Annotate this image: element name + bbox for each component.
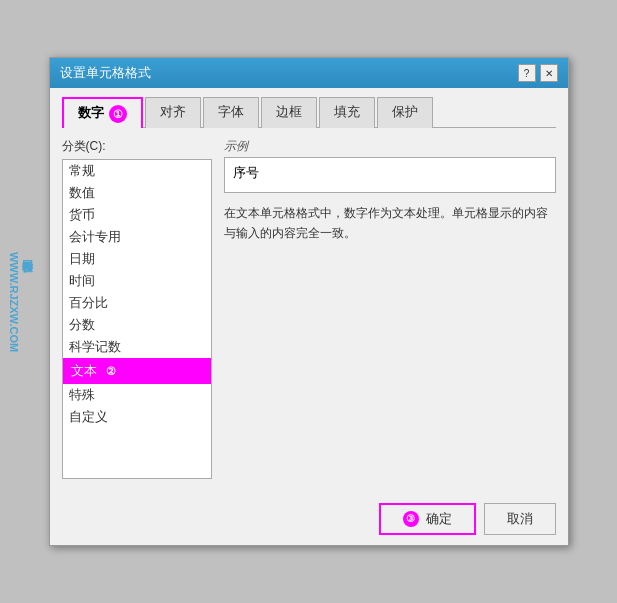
- close-button[interactable]: ✕: [540, 64, 558, 82]
- list-item[interactable]: 特殊: [63, 384, 211, 406]
- ok-label: 确定: [426, 511, 452, 526]
- tab-fill[interactable]: 填充: [319, 97, 375, 128]
- list-item[interactable]: 常规: [63, 160, 211, 182]
- right-panel: 示例 序号 在文本单元格格式中，数字作为文本处理。单元格显示的内容与输入的内容完…: [224, 138, 556, 479]
- help-button[interactable]: ?: [518, 64, 536, 82]
- bottom-buttons: ③ 确定 取消: [50, 491, 568, 545]
- title-bar: 设置单元格格式 ? ✕: [50, 58, 568, 88]
- ok-badge: ③: [403, 511, 419, 527]
- tab-number-badge: ①: [109, 105, 127, 123]
- content-area: 分类(C): 常规 数值 货币 会计专用 日期 时间 百分比 分数 科学记数 文…: [62, 138, 556, 479]
- tabs-row: 数字 ① 对齐 字体 边框 填充 保护: [62, 96, 556, 128]
- list-item[interactable]: 百分比: [63, 292, 211, 314]
- list-item[interactable]: 科学记数: [63, 336, 211, 358]
- tab-protect[interactable]: 保护: [377, 97, 433, 128]
- tab-border[interactable]: 边框: [261, 97, 317, 128]
- preview-value: 序号: [233, 165, 259, 180]
- list-item[interactable]: 会计专用: [63, 226, 211, 248]
- tab-number[interactable]: 数字 ①: [62, 97, 144, 128]
- left-panel: 分类(C): 常规 数值 货币 会计专用 日期 时间 百分比 分数 科学记数 文…: [62, 138, 212, 479]
- dialog: 设置单元格格式 ? ✕ 数字 ① 对齐 字体 边框 填充 保护: [49, 57, 569, 546]
- ok-button[interactable]: ③ 确定: [379, 503, 476, 535]
- list-item[interactable]: 自定义: [63, 406, 211, 428]
- preview-box: 序号: [224, 157, 556, 193]
- dialog-title: 设置单元格格式: [60, 64, 151, 82]
- category-label: 分类(C):: [62, 138, 212, 155]
- watermark: 软件自学网 WWW.RJZXW.COM: [8, 251, 35, 351]
- list-item[interactable]: 时间: [63, 270, 211, 292]
- title-bar-buttons: ? ✕: [518, 64, 558, 82]
- cancel-button[interactable]: 取消: [484, 503, 556, 535]
- text-item-badge: ②: [102, 362, 120, 380]
- preview-label: 示例: [224, 138, 556, 155]
- description-text: 在文本单元格格式中，数字作为文本处理。单元格显示的内容与输入的内容完全一致。: [224, 203, 556, 244]
- list-item-text-selected[interactable]: 文本 ②: [63, 358, 211, 385]
- list-item[interactable]: 货币: [63, 204, 211, 226]
- tab-align[interactable]: 对齐: [145, 97, 201, 128]
- list-item[interactable]: 分数: [63, 314, 211, 336]
- list-item[interactable]: 日期: [63, 248, 211, 270]
- category-list[interactable]: 常规 数值 货币 会计专用 日期 时间 百分比 分数 科学记数 文本 ② 特殊 …: [62, 159, 212, 479]
- list-item[interactable]: 数值: [63, 182, 211, 204]
- dialog-body: 数字 ① 对齐 字体 边框 填充 保护 分类(C): 常规: [50, 88, 568, 491]
- tab-font[interactable]: 字体: [203, 97, 259, 128]
